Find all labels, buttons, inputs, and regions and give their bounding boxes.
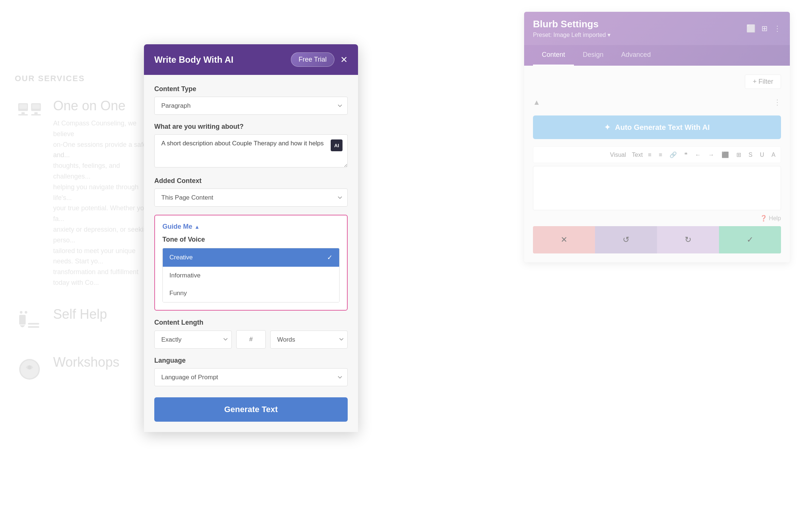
tone-creative-label: Creative [169,254,193,261]
generate-text-button[interactable]: Generate Text [154,397,348,422]
guide-me-arrow-icon: ▲ [195,224,200,230]
modal-overlay [0,0,812,508]
tone-of-voice-label: Tone of Voice [162,236,340,243]
ai-dialog-body: Content Type Paragraph Bullet List Numbe… [144,75,358,432]
ai-dialog-close-button[interactable]: ✕ [340,55,348,65]
ai-dialog-header: Write Body With AI Free Trial ✕ [144,44,358,75]
ai-icon: AI [331,139,343,151]
ai-label: AI [334,143,339,148]
length-number-input[interactable] [236,330,266,349]
writing-about-wrapper: A short description about Couple Therapy… [154,134,348,169]
content-length-row: Exactly At Least At Most Between Words S… [154,330,348,349]
guide-me-label: Guide Me [162,223,192,231]
language-select[interactable]: Language of Prompt English Spanish Frenc… [154,368,348,386]
ai-dialog: Write Body With AI Free Trial ✕ Content … [144,44,358,432]
tone-check-icon: ✓ [327,253,333,262]
length-unit-select[interactable]: Words Sentences Paragraphs [270,331,348,349]
free-trial-badge[interactable]: Free Trial [291,52,334,67]
ai-dialog-header-right: Free Trial ✕ [291,52,348,67]
writing-about-textarea[interactable]: A short description about Couple Therapy… [154,134,348,167]
tone-option-creative[interactable]: Creative ✓ [163,248,339,267]
content-type-select[interactable]: Paragraph Bullet List Numbered List [154,97,348,115]
guide-me-button[interactable]: Guide Me ▲ [162,223,200,231]
added-context-label: Added Context [154,177,348,185]
length-type-select[interactable]: Exactly At Least At Most Between [154,331,232,349]
language-label: Language [154,357,348,364]
tone-informative-label: Informative [169,272,200,279]
ai-dialog-title: Write Body With AI [154,55,233,65]
tone-option-informative[interactable]: Informative [163,267,339,284]
tone-funny-label: Funny [169,290,187,297]
added-context-select[interactable]: This Page Content No Context Custom [154,189,348,207]
guide-me-section: Guide Me ▲ Tone of Voice Creative ✓ Info… [154,215,348,311]
tone-dropdown: Creative ✓ Informative Funny [162,248,340,303]
tone-option-funny[interactable]: Funny [163,284,339,302]
content-length-label: Content Length [154,319,348,326]
writing-about-label: What are you writing about? [154,123,348,131]
content-type-label: Content Type [154,85,348,93]
